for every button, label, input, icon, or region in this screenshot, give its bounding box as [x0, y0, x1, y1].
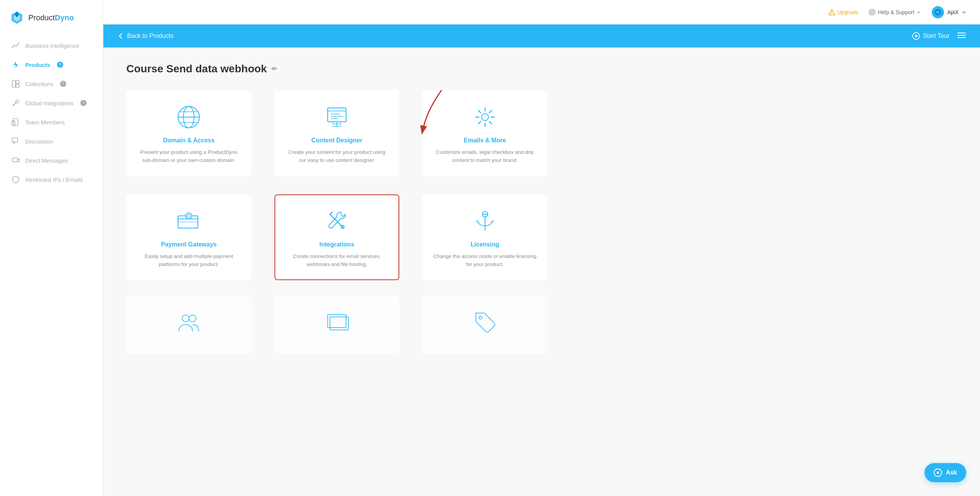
- sidebar-item-label: Team Members: [25, 119, 65, 126]
- help-support-button[interactable]: Help & Support: [869, 9, 921, 16]
- help-badge[interactable]: ?: [60, 81, 66, 87]
- help-label: Help & Support: [878, 9, 914, 15]
- tag-icon: [473, 310, 497, 336]
- sidebar-item-business-intelligence[interactable]: Business Intelligence: [0, 36, 103, 55]
- card-desc: Create your content for your product usi…: [284, 148, 390, 165]
- sidebar-item-discussion[interactable]: Discussion: [0, 132, 103, 151]
- sidebar-nav: Business Intelligence Products ? Collect…: [0, 36, 103, 496]
- back-label: Back to Products: [127, 33, 173, 39]
- payment-icon: [176, 209, 201, 235]
- warning-icon: [828, 9, 835, 16]
- help-badge[interactable]: ?: [57, 62, 63, 68]
- svg-rect-14: [13, 120, 13, 121]
- logo-text: ProductDyno: [28, 13, 74, 22]
- card-bottom-1[interactable]: [126, 295, 252, 354]
- sidebar-item-collections[interactable]: Collections ?: [0, 74, 103, 93]
- back-to-products-button[interactable]: Back to Products: [117, 33, 173, 39]
- svg-point-48: [482, 114, 488, 121]
- top-header: Upgrade Help & Support: [103, 0, 980, 24]
- card-desc: Change the access mode or enable licensi…: [432, 253, 537, 269]
- globe-icon: [176, 105, 201, 131]
- sidebar-item-restricted-ips[interactable]: Restricted IPs / Emails: [0, 170, 103, 189]
- gear-icon: [473, 105, 497, 131]
- blue-bar-actions: Start Tour: [912, 31, 966, 41]
- sidebar: ProductDyno Business Intelligence Produc…: [0, 0, 103, 496]
- card-domain-access[interactable]: Domain & Access Present your product usi…: [126, 90, 252, 176]
- svg-rect-7: [16, 80, 19, 83]
- svg-line-11: [13, 104, 15, 106]
- svg-rect-16: [12, 138, 18, 142]
- integrations-icon: [325, 209, 349, 235]
- avatar: [932, 6, 944, 18]
- user-menu-button[interactable]: ApiX: [932, 6, 966, 18]
- svg-marker-5: [13, 61, 18, 68]
- card-bottom-3[interactable]: [422, 295, 547, 354]
- user-label: ApiX: [947, 9, 959, 15]
- chat-bubble-icon: [934, 468, 942, 477]
- sidebar-item-global-integrations[interactable]: Global Integrations ?: [0, 93, 103, 113]
- card-title: Emails & More: [464, 137, 506, 144]
- message-icon: [11, 156, 20, 165]
- logo-icon: [11, 11, 25, 24]
- help-badge[interactable]: ?: [80, 100, 87, 106]
- svg-point-20: [831, 14, 832, 15]
- start-tour-label: Start Tour: [923, 33, 949, 39]
- layers-icon: [325, 310, 349, 336]
- card-title: Domain & Access: [163, 137, 215, 144]
- svg-line-23: [873, 10, 874, 11]
- layout-icon: [11, 80, 20, 88]
- sidebar-item-label: Collections: [25, 81, 53, 87]
- sidebar-item-label: Products: [25, 62, 50, 68]
- svg-point-4: [18, 43, 20, 44]
- svg-point-69: [937, 472, 939, 474]
- svg-line-24: [870, 13, 871, 14]
- sidebar-item-label: Business Intelligence: [25, 42, 79, 49]
- main-content: Course Send data webhook ✏: [103, 47, 980, 496]
- edit-title-button[interactable]: ✏: [271, 65, 277, 73]
- wrench-icon: [11, 99, 20, 107]
- svg-rect-8: [16, 84, 19, 87]
- sidebar-item-direct-messages[interactable]: Direct Messages: [0, 151, 103, 170]
- logo[interactable]: ProductDyno: [0, 0, 103, 36]
- upgrade-button[interactable]: Upgrade: [828, 9, 858, 16]
- main-area: Upgrade Help & Support: [103, 0, 980, 496]
- team-icon: [11, 118, 20, 126]
- card-desc: Easily setup and add multiple payment pl…: [136, 253, 242, 269]
- svg-point-64: [189, 315, 196, 322]
- sidebar-item-label: Restricted IPs / Emails: [25, 176, 83, 183]
- ask-button[interactable]: Ask: [924, 463, 966, 482]
- upgrade-label: Upgrade: [838, 9, 858, 15]
- chevron-down-icon: [962, 10, 966, 15]
- sidebar-item-label: Discussion: [25, 138, 53, 145]
- card-payment-gateways[interactable]: Payment Gateways Easily setup and add mu…: [126, 194, 252, 280]
- svg-line-26: [870, 10, 871, 11]
- svg-line-25: [873, 13, 874, 14]
- card-desc: Create connections for email services, w…: [284, 253, 390, 269]
- sidebar-item-team-members[interactable]: Team Members: [0, 113, 103, 132]
- card-licensing[interactable]: Licensing Change the access mode or enab…: [422, 194, 547, 280]
- cards-grid-bottom: [126, 295, 547, 354]
- start-tour-button[interactable]: Start Tour: [912, 32, 949, 40]
- svg-rect-13: [13, 119, 18, 126]
- svg-marker-30: [915, 34, 918, 38]
- cards-section: Domain & Access Present your product usi…: [126, 90, 957, 354]
- svg-rect-6: [12, 80, 15, 87]
- card-integrations[interactable]: Integrations Create connections for emai…: [274, 194, 400, 280]
- bolt-icon: [11, 60, 20, 69]
- svg-rect-15: [13, 121, 13, 122]
- help-icon: [869, 9, 875, 16]
- card-bottom-2[interactable]: [274, 295, 400, 354]
- hamburger-menu[interactable]: [957, 31, 966, 41]
- card-emails-more[interactable]: Emails & More Customize emails, legal ch…: [422, 90, 547, 176]
- svg-point-67: [479, 316, 482, 319]
- shield-icon: [11, 175, 20, 184]
- sidebar-item-label: Global Integrations: [25, 100, 74, 106]
- hamburger-icon: [957, 31, 966, 39]
- sidebar-item-products[interactable]: Products ?: [0, 55, 103, 74]
- chart-icon: [11, 41, 20, 50]
- svg-line-56: [330, 212, 332, 214]
- page-title: Course Send data webhook ✏: [126, 63, 957, 75]
- chevron-left-icon: [117, 33, 124, 39]
- cards-grid: Domain & Access Present your product usi…: [126, 90, 547, 280]
- card-content-designer[interactable]: Content Designer Create your content for…: [274, 90, 400, 176]
